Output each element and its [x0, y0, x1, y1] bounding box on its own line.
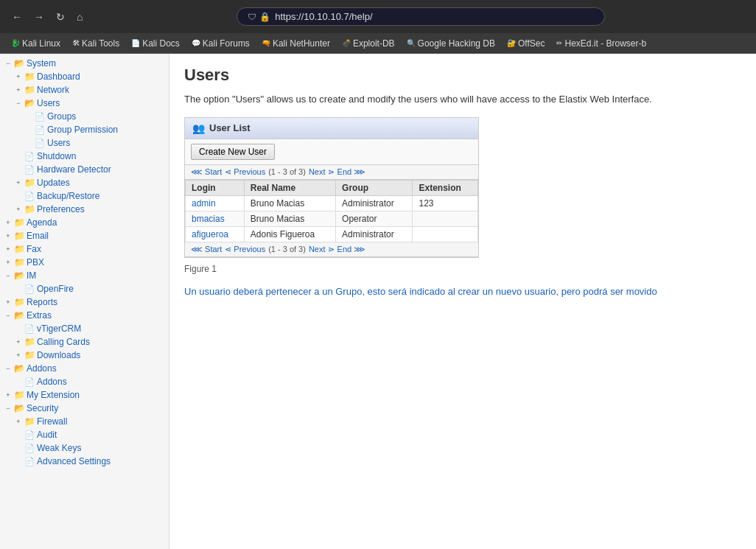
sidebar-item-addons-sub[interactable]: 📄 Addons [0, 375, 169, 388]
sidebar-item-addons-sub-label[interactable]: Addons [35, 376, 69, 388]
sidebar-item-shutdown[interactable]: 📄 Shutdown [0, 150, 169, 163]
sidebar-item-dashboard[interactable]: + 📁 Dashboard [0, 70, 169, 83]
sidebar-item-updates[interactable]: + 📁 Updates [0, 176, 169, 189]
sidebar-item-network-label[interactable]: Network [35, 84, 71, 96]
sidebar-item-extras[interactable]: − 📂 Extras [0, 309, 169, 322]
preferences-folder-icon: 📁 [24, 204, 35, 214]
sidebar-item-reports-label[interactable]: Reports [25, 296, 59, 308]
sidebar-item-advanced-settings[interactable]: 📄 Advanced Settings [0, 455, 169, 468]
pagination-previous-top[interactable]: ⋖ Previous [225, 167, 265, 177]
sidebar-item-hardware-detector-label[interactable]: Hardware Detector [35, 164, 113, 175]
pagination-start-top[interactable]: ⋘ Start [191, 167, 222, 177]
sidebar-item-agenda[interactable]: + 📁 Agenda [0, 216, 169, 229]
email-toggle: + [3, 231, 13, 241]
sidebar-item-backup-restore[interactable]: 📄 Backup/Restore [0, 189, 169, 203]
sidebar-item-users[interactable]: − 📂 Users [0, 97, 169, 110]
sidebar-item-extras-label[interactable]: Extras [25, 310, 53, 321]
address-bar[interactable]: 🛡 🔒 https://10.10.10.7/help/ [237, 7, 605, 26]
sidebar-item-downloads-label[interactable]: Downloads [35, 349, 82, 361]
pagination-end-bottom[interactable]: End ⋙ [337, 245, 366, 254]
sidebar-item-my-extension[interactable]: + 📁 My Extension [0, 388, 169, 402]
sidebar-item-groups-label[interactable]: Groups [46, 111, 77, 122]
sidebar-item-email-label[interactable]: Email [25, 230, 50, 242]
login-link[interactable]: afigueroa [192, 229, 228, 239]
sidebar-item-firewall-label[interactable]: Firewall [35, 416, 69, 427]
bookmark-kali-tools[interactable]: 🛠 Kali Tools [67, 36, 125, 51]
bookmark-hexedit[interactable]: ✏ HexEd.it - Browser-b [551, 36, 651, 51]
login-link[interactable]: bmacias [192, 214, 225, 224]
sidebar-item-dashboard-label[interactable]: Dashboard [35, 71, 82, 83]
sidebar-item-fax-label[interactable]: Fax [25, 243, 43, 255]
email-folder-icon: 📁 [13, 231, 25, 241]
login-link[interactable]: admin [192, 198, 216, 209]
sidebar-item-users-sub[interactable]: 📄 Users [0, 136, 169, 150]
bookmark-hexedit-label: HexEd.it - Browser-b [564, 38, 646, 49]
sidebar-item-groups[interactable]: 📄 Groups [0, 110, 169, 123]
security-toggle: − [3, 403, 13, 413]
sidebar-item-security-label[interactable]: Security [25, 402, 60, 414]
sidebar-item-weak-keys[interactable]: 📄 Weak Keys [0, 441, 169, 455]
sidebar-item-openfire-label[interactable]: OpenFire [35, 283, 75, 295]
sidebar-item-preferences-label[interactable]: Preferences [35, 203, 86, 215]
sidebar-item-updates-label[interactable]: Updates [35, 177, 71, 189]
sidebar-item-vtigercrm-label[interactable]: vTigerCRM [35, 323, 83, 335]
pagination-next-top[interactable]: Next ⋗ [309, 167, 335, 177]
sidebar-item-calling-cards[interactable]: + 📁 Calling Cards [0, 335, 169, 349]
bookmark-kali-forums[interactable]: 💬 Kali Forums [186, 36, 255, 51]
bookmark-exploit-db[interactable]: 💣 Exploit-DB [337, 36, 400, 51]
sidebar-item-addons-label[interactable]: Addons [25, 363, 58, 374]
nav-buttons: ← → ↻ ⌂ [7, 8, 87, 26]
sidebar-item-vtigercrm[interactable]: 📄 vTigerCRM [0, 322, 169, 335]
create-new-user-button[interactable]: Create New User [191, 144, 275, 160]
bookmark-kali-nethunter[interactable]: 🔫 Kali NetHunter [256, 36, 335, 51]
refresh-button[interactable]: ↻ [52, 8, 69, 26]
sidebar-item-network[interactable]: + 📁 Network [0, 83, 169, 97]
back-button[interactable]: ← [7, 8, 27, 26]
sidebar-item-users-sub-label[interactable]: Users [46, 137, 71, 149]
bookmark-kali-linux[interactable]: 🐉 Kali Linux [6, 36, 66, 51]
sidebar-item-pbx[interactable]: + 📁 PBX [0, 256, 169, 269]
pagination-previous-bottom[interactable]: ⋖ Previous [225, 245, 265, 254]
hardware-detector-page-icon: 📄 [24, 164, 35, 175]
home-button[interactable]: ⌂ [72, 8, 87, 26]
sidebar-item-calling-cards-label[interactable]: Calling Cards [35, 336, 91, 348]
sidebar-item-security[interactable]: − 📂 Security [0, 402, 169, 415]
sidebar-item-addons[interactable]: − 📂 Addons [0, 362, 169, 375]
pagination-start-bottom[interactable]: ⋘ Start [191, 245, 222, 254]
sidebar-item-shutdown-label[interactable]: Shutdown [35, 150, 77, 162]
sidebar-item-system-label[interactable]: System [25, 57, 57, 69]
sidebar-item-system[interactable]: − 📂 System [0, 57, 169, 70]
sidebar-item-downloads[interactable]: + 📁 Downloads [0, 349, 169, 362]
sidebar-item-preferences[interactable]: + 📁 Preferences [0, 203, 169, 216]
security-folder-icon: 📂 [13, 403, 25, 413]
sidebar-item-im[interactable]: − 📂 IM [0, 269, 169, 282]
bookmark-kali-nethunter-label: Kali NetHunter [273, 38, 330, 49]
sidebar-item-pbx-label[interactable]: PBX [25, 256, 46, 268]
pagination-end-top[interactable]: End ⋙ [337, 167, 366, 177]
fax-toggle: + [3, 244, 13, 254]
bookmark-offsec[interactable]: 🔐 OffSec [502, 36, 550, 51]
sidebar-item-audit-label[interactable]: Audit [35, 429, 58, 441]
sidebar-item-advanced-settings-label[interactable]: Advanced Settings [35, 455, 112, 467]
sidebar-item-users-label[interactable]: Users [35, 97, 61, 109]
hardware-detector-toggle [13, 164, 24, 175]
sidebar-item-firewall[interactable]: + 📁 Firewall [0, 415, 169, 428]
sidebar-item-backup-restore-label[interactable]: Backup/Restore [35, 190, 101, 202]
sidebar-item-reports[interactable]: + 📁 Reports [0, 296, 169, 309]
sidebar-item-audit[interactable]: 📄 Audit [0, 428, 169, 441]
sidebar-item-agenda-label[interactable]: Agenda [25, 217, 58, 228]
sidebar-item-im-label[interactable]: IM [25, 270, 38, 282]
sidebar-item-my-extension-label[interactable]: My Extension [25, 389, 81, 401]
bookmark-google-hacking-db[interactable]: 🔍 Google Hacking DB [402, 36, 500, 51]
forward-button[interactable]: → [29, 8, 49, 26]
sidebar-item-hardware-detector[interactable]: 📄 Hardware Detector [0, 163, 169, 176]
sidebar-item-fax[interactable]: + 📁 Fax [0, 242, 169, 256]
bookmark-kali-docs[interactable]: 📄 Kali Docs [126, 36, 185, 51]
sidebar-item-group-permission-label[interactable]: Group Permission [46, 124, 119, 136]
pagination-next-bottom[interactable]: Next ⋗ [309, 245, 335, 254]
sidebar-item-openfire[interactable]: 📄 OpenFire [0, 282, 169, 296]
calling-cards-toggle: + [13, 337, 24, 347]
sidebar-item-weak-keys-label[interactable]: Weak Keys [35, 442, 83, 454]
sidebar-item-group-permission[interactable]: 📄 Group Permission [0, 123, 169, 136]
sidebar-item-email[interactable]: + 📁 Email [0, 229, 169, 242]
